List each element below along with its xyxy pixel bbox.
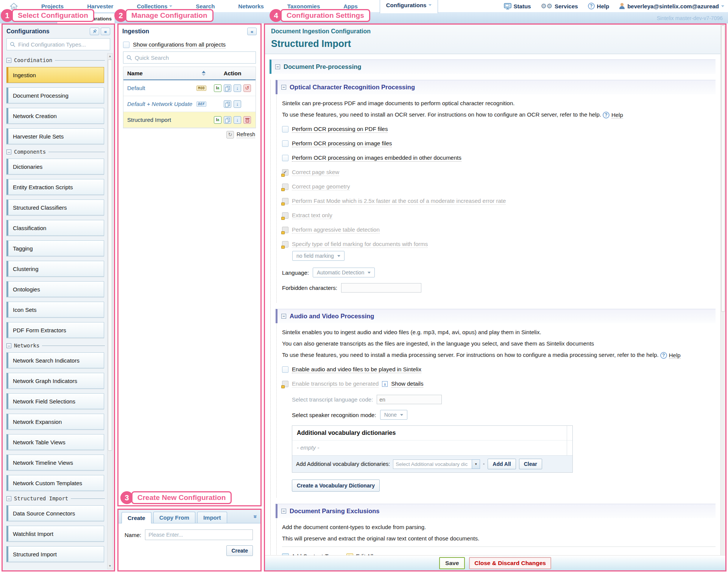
pin-icon[interactable]: [90, 28, 99, 35]
section-header[interactable]: – Document Parsing Exclusions: [276, 504, 716, 518]
tab-copy-from[interactable]: Copy From: [153, 512, 195, 523]
nav-projects[interactable]: Projects: [41, 3, 64, 9]
scroll-down-icon[interactable]: ▼: [108, 564, 112, 569]
sidebar-scrollbar[interactable]: ▲ ▼: [107, 53, 113, 569]
sidebar-item-network-timeline-views[interactable]: Network Timeline Views: [6, 455, 104, 470]
section-header[interactable]: – Document Pre-processing: [270, 59, 716, 74]
section-components[interactable]: –Components: [6, 149, 105, 155]
av-help-link[interactable]: ?Help: [660, 352, 681, 359]
sidebar-item-pdf-form-extractors[interactable]: PDF Form Extractors: [6, 322, 104, 338]
sidebar-item-ontologies[interactable]: Ontologies: [6, 281, 104, 297]
field-marking-select[interactable]: no field marking: [292, 251, 345, 261]
nav-apps[interactable]: Apps: [343, 3, 358, 9]
vocabulary-select[interactable]: Select Additional vocabulary dic ▼: [393, 459, 480, 469]
sidebar-item-data-source-connectors[interactable]: Data Source Connectors: [6, 505, 104, 521]
sidebar-item-entity-extraction-scripts[interactable]: Entity Extraction Scripts: [6, 179, 104, 195]
main-scrollbar[interactable]: [720, 25, 725, 555]
ocr-embedded-checkbox[interactable]: [282, 155, 288, 161]
collapse-icon[interactable]: –: [6, 58, 11, 63]
sidebar-item-structured-classifiers[interactable]: Structured Classifiers: [6, 199, 104, 215]
nav-networks[interactable]: Networks: [238, 3, 264, 9]
enable-av-play-checkbox[interactable]: [282, 366, 288, 373]
config-name[interactable]: Default + Network Update: [127, 101, 192, 107]
config-name[interactable]: Default: [127, 85, 145, 91]
sidebar-item-watchlist-import[interactable]: Watchlist Import: [6, 526, 104, 542]
edit-fields-icon[interactable]: Ia: [214, 116, 221, 124]
section-coordination[interactable]: –Coordination: [6, 57, 105, 63]
tab-import[interactable]: Import: [197, 512, 227, 523]
delete-icon[interactable]: [243, 116, 251, 124]
sidebar-item-dictionaries[interactable]: Dictionaries: [6, 159, 104, 174]
nav-configurations-active-tab[interactable]: Configurations: [380, 0, 438, 13]
copy-icon[interactable]: [224, 84, 231, 92]
sidebar-search-input[interactable]: [18, 41, 107, 48]
nav-collections[interactable]: Collections: [137, 3, 172, 9]
copy-icon[interactable]: [224, 116, 231, 124]
ocr-image-checkbox[interactable]: [282, 140, 288, 147]
collapse-double-chevron-icon[interactable]: «: [252, 515, 259, 519]
sidebar-item-tagging[interactable]: Tagging: [6, 240, 104, 256]
config-name[interactable]: Structured Import: [127, 117, 171, 123]
revert-icon[interactable]: [243, 84, 251, 92]
help-menu[interactable]: ? Help: [588, 3, 610, 9]
sidebar-item-classification[interactable]: Classification: [6, 220, 104, 236]
close-discard-button[interactable]: Close & Discard Changes: [469, 557, 551, 569]
section-networks[interactable]: –Networks: [6, 343, 105, 349]
table-row-default-network-update[interactable]: Default + Network UpdateDEF: [123, 96, 256, 112]
copy-icon[interactable]: [224, 100, 231, 108]
ocr-pdf-checkbox[interactable]: [282, 126, 288, 132]
dropdown-button-icon[interactable]: ▼: [472, 459, 480, 469]
show-all-projects-checkbox[interactable]: [123, 42, 129, 48]
collapse-icon[interactable]: –: [6, 343, 11, 348]
section-header[interactable]: – Audio and Video Processing: [276, 309, 716, 323]
sidebar-item-network-graph-indicators[interactable]: Network Graph Indicators: [6, 373, 104, 389]
refresh-icon[interactable]: [226, 131, 234, 139]
edit-fields-icon[interactable]: Ia: [214, 84, 221, 92]
create-vocabulary-dictionary-button[interactable]: Create a Vocabulary Dictionary: [292, 480, 380, 492]
configuration-name-input[interactable]: [145, 529, 253, 540]
tab-create[interactable]: Create: [122, 512, 151, 523]
sidebar-item-network-custom-templates[interactable]: Network Custom Templates: [6, 475, 104, 491]
collapse-icon[interactable]: –: [6, 149, 11, 154]
create-button[interactable]: Create: [226, 545, 253, 556]
quick-search-input[interactable]: [135, 54, 253, 61]
section-structured-import[interactable]: –Structured Import: [6, 495, 105, 501]
sidebar-item-icon-sets[interactable]: Icon Sets: [6, 302, 104, 318]
sidebar-item-network-table-views[interactable]: Network Table Views: [6, 434, 104, 450]
transcript-language-input[interactable]: [377, 395, 442, 404]
collapse-panel-icon[interactable]: «: [247, 28, 257, 35]
add-all-button[interactable]: Add All: [488, 459, 516, 469]
sidebar-item-network-expansion[interactable]: Network Expansion: [6, 414, 104, 430]
scrollbar-thumb[interactable]: [721, 25, 725, 312]
collapse-icon[interactable]: –: [281, 314, 286, 319]
collapse-icon[interactable]: –: [275, 64, 280, 69]
sidebar-item-network-field-selections[interactable]: Network Field Selections: [6, 393, 104, 409]
download-icon[interactable]: [234, 116, 241, 124]
user-menu[interactable]: beverleya@sintelix.com@azuread: [619, 3, 724, 9]
table-row-default[interactable]: DefaultMOD Ia: [123, 80, 256, 96]
collapse-panel-icon[interactable]: «: [101, 28, 110, 35]
ocr-help-link[interactable]: ?Help: [603, 112, 623, 118]
nav-taxonomies[interactable]: Taxonomies: [287, 3, 320, 9]
refresh-link[interactable]: Refresh: [237, 131, 255, 138]
sort-icon[interactable]: [202, 71, 206, 76]
column-name[interactable]: Name: [123, 67, 209, 79]
language-select[interactable]: Automatic Detection: [313, 268, 375, 277]
sidebar-item-network-creation[interactable]: Network Creation: [6, 108, 104, 124]
download-icon[interactable]: [234, 84, 241, 92]
nav-search[interactable]: Search: [196, 3, 215, 9]
status-menu[interactable]: Status: [504, 3, 531, 9]
sidebar-item-ingestion[interactable]: Ingestion: [6, 67, 104, 83]
save-button[interactable]: Save: [439, 557, 465, 569]
download-icon[interactable]: [234, 100, 241, 108]
speaker-recognition-select[interactable]: None: [380, 410, 407, 420]
scroll-up-icon[interactable]: ▲: [108, 54, 112, 59]
sidebar-item-clustering[interactable]: Clustering: [6, 261, 104, 277]
sidebar-item-harvester-rule-sets[interactable]: Harvester Rule Sets: [6, 128, 104, 144]
collapse-icon[interactable]: –: [6, 496, 11, 501]
collapse-icon[interactable]: –: [281, 85, 286, 90]
clear-button[interactable]: Clear: [519, 459, 542, 469]
nav-harvester[interactable]: Harvester: [87, 3, 113, 9]
section-header[interactable]: – Optical Character Recognition Processi…: [276, 80, 716, 94]
sidebar-item-structured-import[interactable]: Structured Import: [6, 546, 104, 562]
